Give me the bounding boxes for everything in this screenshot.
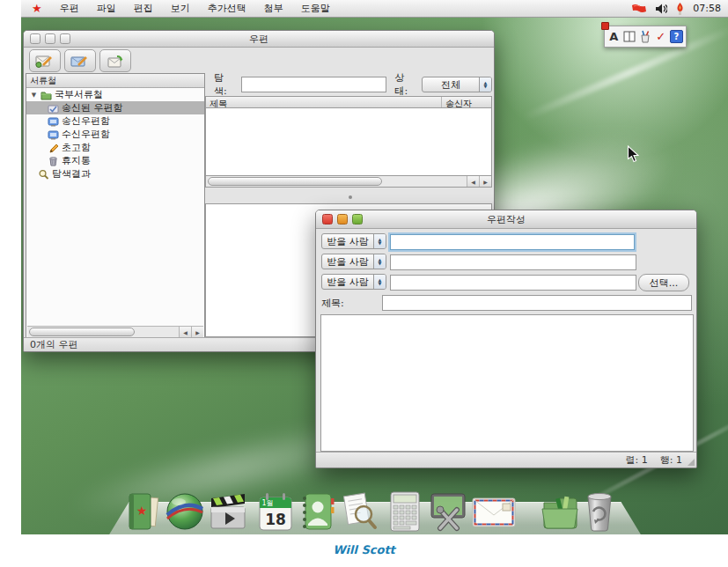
red-flag-icon[interactable] <box>631 4 647 14</box>
tree-item-label: 송신된 우편함 <box>62 101 123 114</box>
zoom-button[interactable] <box>352 214 363 225</box>
tree-item-trash[interactable]: 휴지통 <box>26 154 204 167</box>
compose-window: 우편작성 받을 사람 ▲▼ 받을 사람 ▲▼ <box>315 210 697 468</box>
minimize-button[interactable] <box>337 214 348 225</box>
dock-media-player-icon[interactable] <box>208 490 248 533</box>
red-star-logo-icon[interactable]: ★ <box>32 3 42 14</box>
search-input[interactable] <box>241 77 387 92</box>
scroll-right-icon[interactable]: ▶ <box>191 327 203 337</box>
folder-pane: 서류철 ▼ 국부서류철 송신된 우편함 송신우편함 <box>26 73 205 339</box>
dock-calendar-icon[interactable]: 1월18 <box>255 490 296 533</box>
expand-arrow-icon[interactable]: ▼ <box>30 92 38 99</box>
volume-icon[interactable] <box>655 4 667 14</box>
scroll-right-icon[interactable]: ▶ <box>479 176 491 187</box>
message-list-hscrollbar[interactable]: ◀ ▶ <box>205 176 492 188</box>
state-dropdown[interactable]: 전체 ▲▼ <box>422 77 492 92</box>
dropdown-stepper-icon[interactable]: ▲▼ <box>479 77 491 92</box>
reply-mail-button[interactable] <box>64 49 96 72</box>
zoom-button[interactable] <box>60 33 70 44</box>
scroll-left-icon[interactable]: ◀ <box>467 176 479 187</box>
pencil-cup-tool-icon[interactable] <box>639 29 652 44</box>
tree-item-drafts[interactable]: 초고함 <box>26 141 204 154</box>
message-list-body[interactable] <box>205 108 492 176</box>
recipient-input-1[interactable] <box>390 234 635 250</box>
dropdown-stepper-icon[interactable]: ▲▼ <box>373 234 386 248</box>
columns-tool-icon[interactable] <box>623 29 636 44</box>
spellcheck-tool-icon[interactable]: ✓ <box>654 29 667 44</box>
format-palette: A ✓ ? <box>604 26 687 48</box>
dropdown-stepper-icon[interactable]: ▲▼ <box>373 275 386 289</box>
tree-item-outbox[interactable]: 송신우편함 <box>26 114 204 128</box>
mail-toolbar <box>24 48 494 74</box>
subject-label: 제목: <box>321 297 344 310</box>
search-label: 탐색: <box>214 71 237 98</box>
menu-file[interactable]: 파일 <box>88 0 125 17</box>
tree-item-label: 초고함 <box>62 141 91 154</box>
mail-window-titlebar[interactable]: 우편 <box>24 31 494 48</box>
recipient-type-dropdown[interactable]: 받을 사람 ▲▼ <box>321 233 386 249</box>
dock-trash-icon[interactable] <box>583 490 616 533</box>
compose-titlebar[interactable]: 우편작성 <box>316 210 696 229</box>
check-mail-button[interactable] <box>99 49 131 72</box>
state-label: 상태: <box>394 71 417 98</box>
folder-pane-header: 서류철 <box>26 74 204 88</box>
palette-close-icon[interactable] <box>601 22 609 30</box>
dock-utilities-icon[interactable] <box>540 490 580 533</box>
menu-edit[interactable]: 편집 <box>125 0 162 17</box>
font-tool-icon[interactable]: A <box>607 29 621 44</box>
compose-mail-button[interactable] <box>29 49 61 72</box>
dock-calculator-icon[interactable] <box>385 490 425 533</box>
dock-mail-icon[interactable] <box>471 490 517 533</box>
redstar-desktop-screenshot: ★ 우편 파일 편집 보기 추가선택 첨부 도움말 07:58 <box>21 0 728 534</box>
recipient-type-dropdown[interactable]: 받을 사람 ▲▼ <box>321 274 386 290</box>
recipient-input-3[interactable] <box>390 275 636 291</box>
recipient-input-2[interactable] <box>390 254 636 270</box>
subject-input[interactable] <box>382 295 692 311</box>
menu-help[interactable]: 도움말 <box>292 0 339 17</box>
splitter-handle[interactable] <box>349 195 352 199</box>
recipient-type-value: 받을 사람 <box>322 276 373 289</box>
dropdown-stepper-icon[interactable]: ▲▼ <box>373 254 386 269</box>
menu-mail[interactable]: 우편 <box>51 0 88 17</box>
dock-system-settings-icon[interactable] <box>428 490 468 533</box>
message-body-textarea[interactable] <box>320 314 694 452</box>
tree-root-folder[interactable]: ▼ 국부서류철 <box>26 88 204 101</box>
dock-address-book-icon[interactable] <box>297 490 337 533</box>
torch-icon[interactable] <box>675 3 685 15</box>
dock-web-browser-icon[interactable] <box>165 490 205 533</box>
tree-item-sent-mailbox[interactable]: 송신된 우편함 <box>26 101 204 114</box>
resize-grip[interactable] <box>688 459 695 466</box>
help-tool-icon[interactable]: ? <box>670 29 683 44</box>
menu-attach[interactable]: 첨부 <box>255 0 292 17</box>
cursor-row-text: 행: 1 <box>660 453 682 467</box>
outbox-icon <box>48 116 59 127</box>
close-button[interactable] <box>322 214 333 225</box>
tree-item-inbox[interactable]: 수신우편함 <box>26 128 204 141</box>
minimize-button[interactable] <box>45 33 55 44</box>
menu-extra-select[interactable]: 추가선택 <box>199 0 255 17</box>
scrollbar-thumb[interactable] <box>208 177 382 186</box>
desktop[interactable]: A ✓ ? 우편 <box>21 17 728 534</box>
tree-item-search-results[interactable]: 탐색결과 <box>26 167 204 180</box>
close-button[interactable] <box>30 33 40 44</box>
select-recipient-button[interactable]: 선택... <box>638 274 689 291</box>
scrollbar-thumb[interactable] <box>29 328 135 336</box>
dock-document-viewer-icon[interactable] <box>338 490 379 533</box>
page: ★ 우편 파일 편집 보기 추가선택 첨부 도움말 07:58 <box>0 0 728 567</box>
trash-icon <box>48 156 59 166</box>
recipient-type-dropdown[interactable]: 받을 사람 ▲▼ <box>321 254 386 269</box>
sent-mail-icon <box>48 103 59 114</box>
dock-file-manager-icon[interactable]: ★ <box>123 490 164 533</box>
column-sender[interactable]: 송신자 <box>442 97 491 107</box>
mouse-cursor <box>627 145 639 166</box>
folder-pane-hscrollbar[interactable]: ◀ ▶ <box>27 326 203 337</box>
menu-bar: ★ 우편 파일 편집 보기 추가선택 첨부 도움말 07:58 <box>21 0 728 18</box>
cursor-column-text: 렬: 1 <box>626 453 648 467</box>
scroll-left-icon[interactable]: ◀ <box>179 327 191 337</box>
clock: 07:58 <box>693 3 721 14</box>
svg-text:1월: 1월 <box>261 499 273 507</box>
menu-view[interactable]: 보기 <box>162 0 199 17</box>
recipient-type-value: 받을 사람 <box>322 255 373 269</box>
compose-title: 우편작성 <box>316 213 696 226</box>
column-subject[interactable]: 제목 <box>206 97 442 107</box>
